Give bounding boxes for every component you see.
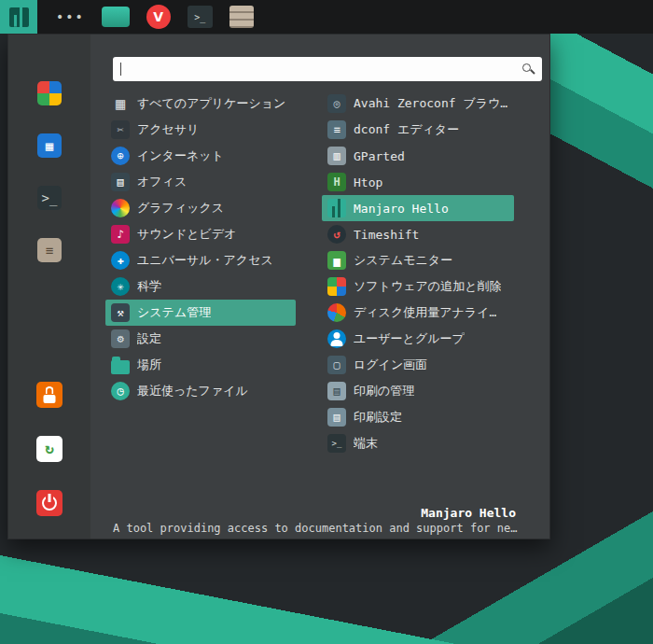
app-label: dconf エディター bbox=[354, 121, 459, 138]
category-system-admin[interactable]: ⚒システム管理 bbox=[105, 300, 296, 326]
application-menu: ▦>_≡ ↻ ▦すべてのアプリケーション✂アクセサリ⊕インターネット▤オフィスグ… bbox=[7, 34, 550, 539]
app-dconf-editor[interactable]: ≡dconf エディター bbox=[322, 117, 514, 143]
file-archive-icon[interactable] bbox=[229, 6, 254, 28]
disk-partition-icon: ▥ bbox=[327, 147, 346, 165]
person-icon bbox=[327, 329, 346, 348]
package-grid-icon bbox=[327, 277, 346, 296]
logout-icon: ↻ bbox=[36, 436, 63, 462]
terminal-launcher-icon[interactable]: >_ bbox=[188, 6, 213, 28]
category-graphics[interactable]: グラフィックス bbox=[105, 195, 296, 221]
category-all-applications[interactable]: ▦すべてのアプリケーション bbox=[105, 91, 296, 117]
sidebar-launcher-file-cabinet[interactable]: ≡ bbox=[37, 238, 62, 262]
app-label: Htop bbox=[354, 175, 382, 189]
category-label: すべてのアプリケーション bbox=[137, 95, 285, 112]
login-screen-icon: ▢ bbox=[327, 356, 346, 374]
app-users-groups[interactable]: ユーザーとグループ bbox=[322, 326, 514, 352]
selected-app-description: A tool providing access to documentation… bbox=[113, 522, 542, 535]
color-grid-icon bbox=[37, 81, 62, 105]
whisker-menu-button[interactable] bbox=[0, 0, 37, 34]
app-avahi-zeroconf-browser[interactable]: ◎Avahi Zeroconf ブラウザ bbox=[322, 91, 514, 117]
app-label: Avahi Zeroconf ブラウザ bbox=[354, 95, 508, 112]
app-htop[interactable]: HHtop bbox=[322, 169, 514, 195]
text-caret bbox=[120, 63, 121, 76]
search-box bbox=[113, 57, 542, 81]
sidebar-session-group: ↻ bbox=[36, 382, 63, 516]
category-recent-files[interactable]: ◷最近使ったファイル bbox=[105, 378, 296, 404]
window-buttons-icon[interactable]: ••• bbox=[56, 10, 85, 23]
sidebar-top-group: ▦>_≡ bbox=[37, 81, 62, 262]
vivaldi-browser-icon[interactable]: V bbox=[146, 5, 171, 29]
sidebar-launcher-terminal[interactable]: >_ bbox=[37, 186, 62, 210]
app-print-management[interactable]: ▤印刷の管理 bbox=[322, 378, 514, 404]
category-science[interactable]: ✳科学 bbox=[105, 273, 296, 300]
app-manjaro-hello[interactable]: Manjaro Hello bbox=[322, 195, 514, 221]
app-label: Timeshift bbox=[354, 228, 419, 242]
terminal-icon: >_ bbox=[327, 434, 346, 453]
app-label: ディスク使用量アナライ… bbox=[354, 304, 496, 321]
app-add-remove-software[interactable]: ソフトウェアの追加と削除 bbox=[322, 273, 514, 300]
lock-icon bbox=[36, 382, 63, 408]
app-gparted[interactable]: ▥GParted bbox=[322, 143, 514, 169]
category-sound-video[interactable]: ♪サウンドとビデオ bbox=[105, 221, 296, 247]
sidebar-launcher-software[interactable]: ▦ bbox=[37, 133, 62, 158]
category-universal-access[interactable]: ✚ユニバーサル・アクセス bbox=[105, 247, 296, 273]
gear-icon: ⚙ bbox=[111, 329, 130, 348]
app-label: 端末 bbox=[354, 435, 378, 452]
category-label: グラフィックス bbox=[137, 200, 224, 217]
app-label: Manjaro Hello bbox=[354, 202, 449, 216]
category-internet[interactable]: ⊕インターネット bbox=[105, 143, 296, 169]
science-icon: ✳ bbox=[111, 277, 130, 296]
manjaro-logo-icon bbox=[9, 7, 29, 27]
tools-icon: ⚒ bbox=[111, 303, 130, 322]
app-timeshift[interactable]: ↺Timeshift bbox=[322, 221, 514, 247]
grid-icon: ▦ bbox=[111, 94, 130, 113]
search-input[interactable] bbox=[113, 57, 542, 81]
sidebar-lock-screen-button[interactable] bbox=[36, 382, 63, 408]
category-label: 場所 bbox=[137, 357, 161, 373]
category-label: 設定 bbox=[137, 330, 161, 347]
app-system-monitor[interactable]: ▅システムモニター bbox=[322, 247, 514, 273]
manjaro-logo-icon bbox=[327, 199, 346, 217]
app-label: システムモニター bbox=[354, 252, 452, 269]
app-label: GParted bbox=[354, 149, 405, 163]
desktop-window-icon[interactable] bbox=[102, 7, 130, 27]
category-label: システム管理 bbox=[137, 304, 211, 321]
app-label: ログイン画面 bbox=[354, 357, 427, 373]
category-office[interactable]: ▤オフィス bbox=[105, 169, 296, 195]
folder-icon bbox=[111, 360, 130, 374]
accessibility-icon: ✚ bbox=[111, 251, 130, 270]
file-cabinet-icon: ≡ bbox=[37, 238, 62, 262]
category-label: オフィス bbox=[137, 174, 187, 190]
app-label: ソフトウェアの追加と削除 bbox=[354, 278, 501, 295]
search-icon bbox=[521, 63, 535, 76]
menu-main: ▦すべてのアプリケーション✂アクセサリ⊕インターネット▤オフィスグラフィックス♪… bbox=[90, 35, 549, 539]
media-icon: ♪ bbox=[111, 225, 130, 244]
blue-tiles-icon: ▦ bbox=[37, 133, 62, 158]
app-label: 印刷設定 bbox=[354, 409, 402, 426]
timeshift-icon: ↺ bbox=[327, 225, 346, 244]
app-label: 印刷の管理 bbox=[354, 383, 414, 399]
app-login-screen[interactable]: ▢ログイン画面 bbox=[322, 352, 514, 378]
sidebar-logout-button[interactable]: ↻ bbox=[36, 436, 63, 462]
category-label: インターネット bbox=[137, 147, 224, 164]
category-places[interactable]: 場所 bbox=[105, 352, 296, 378]
chart-icon: ▅ bbox=[327, 251, 346, 270]
category-label: 科学 bbox=[137, 278, 161, 295]
dconf-icon: ≡ bbox=[327, 120, 346, 139]
pie-chart-icon bbox=[327, 303, 346, 322]
app-disk-usage-analyzer[interactable]: ディスク使用量アナライ… bbox=[322, 300, 514, 326]
printer-icon: ▤ bbox=[327, 408, 346, 427]
app-print-settings[interactable]: ▤印刷設定 bbox=[322, 404, 514, 430]
top-panel: ••• V >_ bbox=[0, 0, 653, 34]
sidebar-launcher-app-grid[interactable] bbox=[37, 81, 62, 105]
app-list: ◎Avahi Zeroconf ブラウザ≡dconf エディター▥GParted… bbox=[322, 91, 514, 456]
accessories-icon: ✂ bbox=[111, 120, 130, 139]
category-list: ▦すべてのアプリケーション✂アクセサリ⊕インターネット▤オフィスグラフィックス♪… bbox=[105, 91, 296, 404]
sidebar-shutdown-button[interactable] bbox=[36, 490, 63, 516]
category-accessories[interactable]: ✂アクセサリ bbox=[105, 117, 296, 143]
category-settings[interactable]: ⚙設定 bbox=[105, 326, 296, 352]
app-terminal[interactable]: >_端末 bbox=[322, 430, 514, 456]
color-wheel-icon bbox=[111, 199, 130, 217]
panel-launchers: ••• V >_ bbox=[56, 5, 254, 29]
category-label: ユニバーサル・アクセス bbox=[137, 252, 273, 269]
